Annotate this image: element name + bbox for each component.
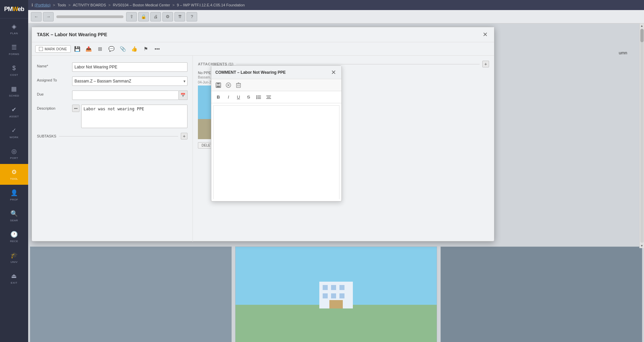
sidebar-item-label: ASSET	[9, 115, 19, 118]
sidebar-item-label: WORK	[10, 136, 19, 139]
format-strikethrough-button[interactable]: S	[245, 94, 252, 101]
tools-icon: ⚙	[11, 168, 17, 176]
subtasks-label: SUBTASKS	[37, 134, 56, 138]
comment-textarea[interactable]	[214, 106, 339, 199]
sidebar-item-work[interactable]: ✓ WORK	[0, 122, 28, 143]
building-svg	[306, 275, 366, 315]
assigned-row: Assigned To Bassam.Z – Bassam SammanZ ▼	[37, 76, 187, 86]
sidebar-item-tools[interactable]: ⚙ TOOL	[0, 164, 28, 185]
sidebar-item-label: EXIT	[11, 281, 17, 284]
cost-icon: $	[12, 65, 16, 72]
sidebar-item-university[interactable]: 🎓 UNIV	[0, 247, 28, 268]
comment-modal-title: COMMENT – Labor Not Wearing PPE	[215, 70, 286, 75]
comment-delete-icon[interactable]	[234, 81, 243, 90]
scroll-thumb	[640, 29, 644, 42]
comment-save-icon[interactable]	[214, 81, 223, 90]
svg-point-36	[256, 95, 257, 96]
format-align-button[interactable]	[265, 94, 272, 101]
task-modal-close-button[interactable]: ✕	[481, 31, 489, 39]
desc-wrap: ••• Labor was not wearing PPE	[72, 105, 187, 128]
save-button[interactable]: 💾	[73, 44, 82, 54]
add-attachment-button[interactable]: +	[482, 61, 489, 67]
work-icon: ✓	[11, 127, 17, 134]
due-date-input[interactable]	[72, 91, 179, 100]
sidebar-item-label: PORT	[10, 157, 18, 160]
comment-format-bar: B I U S	[211, 91, 341, 103]
toolbar-upload-btn[interactable]: ⇧	[126, 12, 137, 21]
desc-label: Description	[37, 105, 69, 110]
scroll-up-arrow[interactable]: ▲	[640, 23, 644, 28]
sidebar-item-cost[interactable]: $ COST	[0, 60, 28, 81]
attach-button[interactable]: 📎	[118, 44, 128, 54]
add-subtask-button[interactable]: +	[181, 133, 187, 139]
more-button[interactable]: •••	[153, 44, 162, 54]
sidebar-item-plan[interactable]: ◈ PLAN	[0, 18, 28, 39]
toolbar-forward-btn[interactable]: →	[43, 12, 54, 21]
main-content: umn TASK – Labor Not Wearing PPE ✕ MARK …	[28, 23, 644, 342]
name-input[interactable]	[72, 62, 187, 72]
breadcrumb-rvs: RVS0104 – Boston Medical Center	[113, 3, 170, 7]
comment-modal-close-button[interactable]: ✕	[329, 68, 337, 76]
toolbar-back-btn[interactable]: ←	[31, 12, 42, 21]
description-textarea[interactable]: Labor was not wearing PPE	[81, 105, 187, 128]
comment-button[interactable]: 💬	[107, 44, 116, 54]
due-row: Due 📅	[37, 91, 187, 100]
format-italic-button[interactable]: I	[225, 94, 232, 101]
toolbar-settings-btn[interactable]: ⚙	[162, 12, 173, 21]
sidebar-item-label: PLAN	[10, 32, 18, 35]
export-button[interactable]: 📤	[84, 44, 94, 54]
format-list-button[interactable]	[255, 94, 262, 101]
mark-done-checkbox	[39, 47, 43, 51]
sidebar-item-portfolio[interactable]: ◎ PORT	[0, 143, 28, 164]
sidebar-item-recent[interactable]: 🕐 RECE	[0, 226, 28, 247]
svg-rect-28	[236, 83, 240, 88]
mark-done-label: MARK DONE	[45, 47, 67, 51]
subtasks-row: SUBTASKS +	[37, 133, 187, 139]
assets-icon: ✔	[11, 106, 17, 113]
breadcrumb-portfolio[interactable]: (Portfolio)	[35, 3, 51, 7]
sidebar-item-schedule[interactable]: ▦ SCHED	[0, 81, 28, 102]
sidebar-item-exit[interactable]: ⏏ EXIT	[0, 268, 28, 289]
mark-done-button[interactable]: MARK DONE	[35, 45, 71, 53]
assigned-select-wrap: Bassam.Z – Bassam SammanZ ▼	[72, 76, 187, 86]
svg-rect-7	[329, 300, 343, 308]
sidebar-item-label: SEAR	[10, 219, 18, 222]
svg-point-37	[256, 97, 257, 98]
topbar: ℹ (Portfolio) > Tools > ACTIVITY BOARDS …	[28, 0, 644, 10]
scrollbar-right[interactable]: ▲ ▼	[639, 23, 644, 248]
format-underline-button[interactable]: U	[235, 94, 242, 101]
due-label: Due	[37, 91, 69, 96]
sidebar-item-search[interactable]: 🔍 SEAR	[0, 206, 28, 226]
search-icon: 🔍	[10, 210, 18, 217]
breadcrumb-sep-3: >	[108, 3, 110, 7]
toolbar-print-btn[interactable]: 🖨	[150, 12, 161, 21]
svg-rect-23	[217, 83, 220, 84]
toolbar-share-btn[interactable]: ⇈	[174, 12, 185, 21]
logo-text: PMWeb	[4, 6, 24, 13]
breadcrumb-iwp: 9 – IWP WTF.I.12.E.4.C05.14 Foundation	[177, 3, 245, 7]
toolbar-lock-btn[interactable]: 🔒	[138, 12, 149, 21]
assigned-select[interactable]: Bassam.Z – Bassam SammanZ	[72, 76, 187, 86]
sidebar-item-profile[interactable]: 👤 PROF	[0, 185, 28, 206]
due-date-wrap: 📅	[72, 91, 187, 100]
comment-cancel-icon[interactable]	[224, 81, 233, 90]
background-cards	[28, 245, 644, 342]
sidebar: PMWeb ◈ PLAN ☰ FORMS $ COST ▦ SCHED ✔ AS…	[0, 0, 28, 342]
toolbar-help-btn[interactable]: ?	[186, 12, 197, 21]
comment-modal-header: COMMENT – Labor Not Wearing PPE ✕	[211, 66, 341, 79]
sidebar-item-assets[interactable]: ✔ ASSET	[0, 102, 28, 122]
calendar-icon[interactable]: 📅	[179, 91, 187, 100]
sidebar-item-label: RECE	[10, 240, 18, 243]
sidebar-item-forms[interactable]: ☰ FORMS	[0, 39, 28, 60]
scroll-down-arrow[interactable]: ▼	[640, 243, 644, 248]
format-bold-button[interactable]: B	[215, 94, 222, 101]
desc-row: Description ••• Labor was not wearing PP…	[37, 105, 187, 128]
grid-button[interactable]: ⊞	[96, 44, 105, 54]
breadcrumb-sep-4: >	[172, 3, 174, 7]
svg-rect-24	[217, 86, 220, 87]
scroll-track	[640, 29, 644, 243]
flag-button[interactable]: ⚑	[141, 44, 151, 54]
desc-menu-button[interactable]: •••	[72, 105, 79, 112]
sidebar-item-label: UNIV	[10, 261, 17, 264]
like-button[interactable]: 👍	[130, 44, 139, 54]
